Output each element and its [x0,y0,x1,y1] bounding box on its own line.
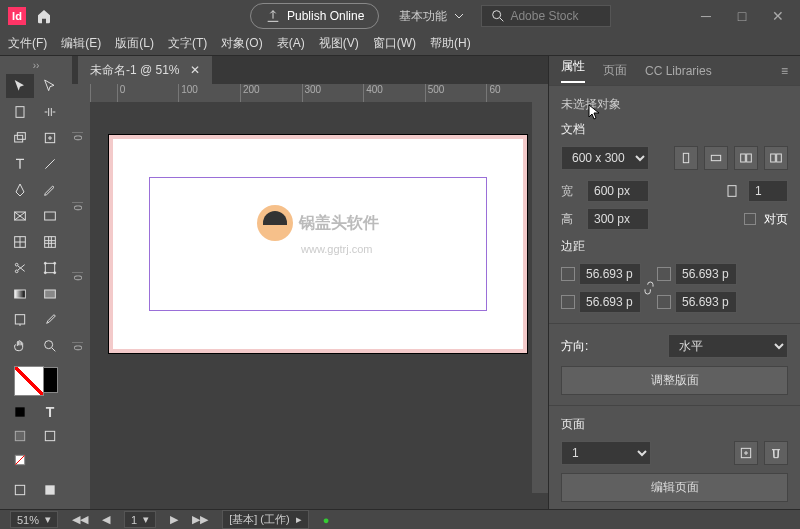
menu-object[interactable]: 对象(O) [221,35,262,52]
search-input[interactable]: Adobe Stock [481,5,611,27]
delete-page-icon[interactable] [764,441,788,465]
width-input[interactable] [587,180,649,202]
page-canvas[interactable]: 锅盖头软件 www.ggtrj.com [108,134,528,354]
document-tab[interactable]: 未命名-1 @ 51% ✕ [78,56,212,85]
binding-rtl-icon[interactable] [764,146,788,170]
document-tab-bar: 未命名-1 @ 51% ✕ [72,56,548,84]
menu-type[interactable]: 文字(T) [168,35,207,52]
page-nav-select[interactable]: 1 [561,441,651,465]
content-placer-tool[interactable] [36,126,64,150]
content-collector-tool[interactable] [6,126,34,150]
line-tool[interactable] [36,152,64,176]
zoom-tool[interactable] [36,334,64,358]
gradient-feather-tool[interactable] [36,282,64,306]
margin-section-title: 边距 [561,238,788,255]
close-tab-icon[interactable]: ✕ [190,63,200,77]
vertical-ruler[interactable]: 0 0 0 0 [72,102,90,509]
direct-selection-tool[interactable] [36,74,64,98]
link-margins-icon[interactable] [641,268,657,308]
orientation-landscape-icon[interactable] [704,146,728,170]
apply-fill-icon[interactable] [6,425,34,447]
rectangle-tool[interactable] [36,204,64,228]
publish-online-button[interactable]: Publish Online [250,3,379,29]
pages-count-input[interactable] [748,180,788,202]
zoom-select[interactable]: 51%▾ [10,511,58,528]
vertical-scrollbar[interactable] [532,102,548,493]
page-tool[interactable] [6,100,34,124]
fill-stroke-swatch[interactable] [14,366,58,393]
prev-spread-icon[interactable]: ◀◀ [72,513,88,526]
view-mode-normal[interactable] [6,479,34,501]
tab-pages[interactable]: 页面 [603,62,627,79]
next-page-icon[interactable]: ▶ [170,513,178,526]
next-spread-icon[interactable]: ▶▶ [192,513,208,526]
minimize-button[interactable]: ─ [692,4,720,28]
pen-tool[interactable] [6,178,34,202]
svg-point-15 [54,272,56,274]
margin-bottom-input[interactable] [579,291,641,313]
menu-view[interactable]: 视图(V) [319,35,359,52]
margin-top-input[interactable] [579,263,641,285]
ruler-origin[interactable] [72,84,90,102]
svg-point-12 [44,262,46,264]
menu-help[interactable]: 帮助(H) [430,35,471,52]
rectangle-frame-tool[interactable] [6,204,34,228]
workspace-state[interactable]: [基本] (工作)▸ [222,510,309,529]
gap-tool[interactable] [36,100,64,124]
svg-rect-30 [771,154,776,162]
panel-menu-icon[interactable]: ≡ [781,64,788,78]
tab-properties[interactable]: 属性 [561,58,585,83]
svg-rect-32 [728,186,736,197]
apply-text-icon[interactable]: T [36,401,64,423]
upload-icon [265,8,281,24]
edit-pages-button[interactable]: 编辑页面 [561,473,788,502]
apply-color-icon[interactable] [6,401,34,423]
close-button[interactable]: ✕ [764,4,792,28]
facing-pages-checkbox[interactable] [744,213,756,225]
pencil-tool[interactable] [36,178,64,202]
tab-cc-libraries[interactable]: CC Libraries [645,64,712,78]
page-select[interactable]: 1▾ [124,511,156,528]
apply-none-icon[interactable] [6,449,34,471]
facing-pages-label: 对页 [764,211,788,228]
margin-left-input[interactable] [675,263,737,285]
svg-rect-1 [16,107,24,118]
gradient-swatch-tool[interactable] [6,282,34,306]
svg-rect-24 [15,485,24,494]
orientation-portrait-icon[interactable] [674,146,698,170]
binding-ltr-icon[interactable] [734,146,758,170]
new-page-icon[interactable] [734,441,758,465]
scissors-tool[interactable] [6,256,34,280]
svg-point-19 [45,341,53,349]
menu-layout[interactable]: 版面(L) [115,35,154,52]
margin-right-icon [657,295,671,309]
maximize-button[interactable]: □ [728,4,756,28]
workspace-switcher[interactable]: 基本功能 [399,8,467,25]
horizontal-ruler[interactable]: 0 100 200 300 400 500 60 [90,84,548,102]
svg-point-13 [54,262,56,264]
page-preset-select[interactable]: 600 x 300 [561,146,649,170]
menu-window[interactable]: 窗口(W) [373,35,416,52]
margin-right-input[interactable] [675,291,737,313]
apply-gradient-icon[interactable] [36,425,64,447]
view-mode-preview[interactable] [36,479,64,501]
selection-tool[interactable] [6,74,34,98]
svg-rect-16 [15,290,26,298]
svg-point-10 [15,270,18,273]
grid-tool-2[interactable] [36,230,64,254]
menu-file[interactable]: 文件(F) [8,35,47,52]
hand-tool[interactable] [6,334,34,358]
type-tool[interactable] [6,152,34,176]
free-transform-tool[interactable] [36,256,64,280]
eyedropper-tool[interactable] [36,308,64,332]
note-tool[interactable] [6,308,34,332]
menu-table[interactable]: 表(A) [277,35,305,52]
adjust-layout-button[interactable]: 调整版面 [561,366,788,395]
height-input[interactable] [587,208,649,230]
home-icon[interactable] [34,6,54,26]
menu-edit[interactable]: 编辑(E) [61,35,101,52]
direction-select[interactable]: 水平 [668,334,788,358]
watermark: 锅盖头软件 www.ggtrj.com [257,205,379,241]
prev-page-icon[interactable]: ◀ [102,513,110,526]
grid-tool-1[interactable] [6,230,34,254]
